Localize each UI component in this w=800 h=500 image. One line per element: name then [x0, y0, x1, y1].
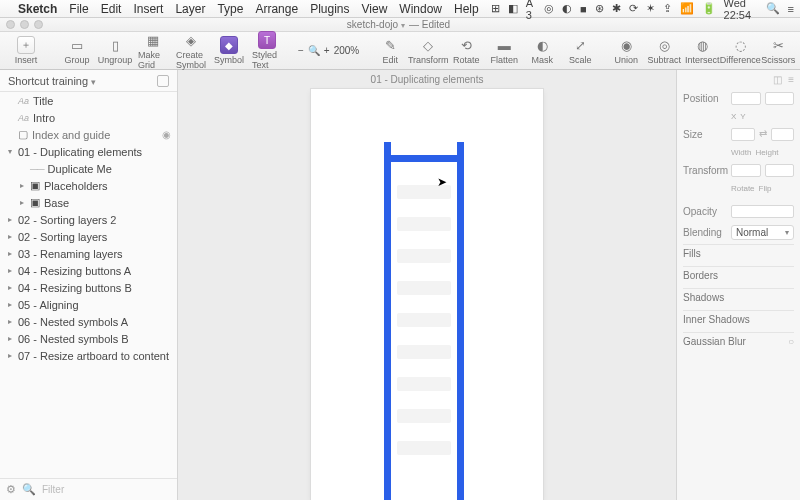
menu-plugins[interactable]: Plugins [310, 2, 349, 16]
traffic-lights[interactable] [6, 20, 43, 29]
battery-icon[interactable]: 🔋 [702, 2, 716, 15]
edit-button[interactable]: ✎Edit [375, 36, 405, 65]
blending-label: Blending [683, 227, 727, 238]
clock[interactable]: Wed 22:54 [724, 0, 758, 21]
eye-icon[interactable]: ◉ [162, 129, 171, 140]
layer-row[interactable]: ▸▣Base [0, 194, 177, 211]
status-icon[interactable]: ⊞ [491, 2, 500, 15]
placeholder[interactable] [397, 281, 451, 295]
layer-row[interactable]: ▸04 - Resizing buttons B [0, 279, 177, 296]
height-input[interactable] [771, 128, 795, 141]
layer-row[interactable]: ▸06 - Nested symbols B [0, 330, 177, 347]
canvas[interactable]: 01 - Duplicating elements ➤ [178, 70, 676, 500]
symbol-button[interactable]: ◆Symbol [214, 36, 244, 65]
placeholder[interactable] [397, 345, 451, 359]
placeholder[interactable] [397, 409, 451, 423]
status-icon[interactable]: ✱ [612, 2, 621, 15]
blending-select[interactable]: Normal [731, 225, 794, 240]
layer-row[interactable]: ▸05 - Aligning [0, 296, 177, 313]
opacity-input[interactable] [731, 205, 794, 218]
shape-right-bar[interactable] [457, 142, 464, 500]
filter-input[interactable] [42, 484, 171, 495]
borders-section[interactable]: Borders [683, 266, 794, 284]
menu-file[interactable]: File [69, 2, 88, 16]
gaussian-blur-section[interactable]: Gaussian Blur○ [683, 332, 794, 350]
layer-row[interactable]: ▸06 - Nested symbols A [0, 313, 177, 330]
transform-button[interactable]: ◇Transform [413, 36, 443, 65]
layers-list: AaTitle AaIntro ▢Index and guide◉ ▾01 - … [0, 92, 177, 478]
union-button[interactable]: ◉Union [611, 36, 641, 65]
fills-section[interactable]: Fills [683, 244, 794, 262]
status-icon[interactable]: ✶ [646, 2, 655, 15]
notification-icon[interactable]: ≡ [788, 3, 794, 15]
scale-button[interactable]: ⤢Scale [565, 36, 595, 65]
layer-row[interactable]: ▸07 - Resize artboard to content [0, 347, 177, 364]
menu-view[interactable]: View [362, 2, 388, 16]
shadows-section[interactable]: Shadows [683, 288, 794, 306]
layer-row[interactable]: ▸02 - Sorting layers [0, 228, 177, 245]
intersect-button[interactable]: ◍Intersect [687, 36, 717, 65]
rotate-button[interactable]: ⟲Rotate [451, 36, 481, 65]
flip-input[interactable] [765, 164, 795, 177]
menu-insert[interactable]: Insert [133, 2, 163, 16]
insert-button[interactable]: ＋Insert [6, 36, 46, 65]
difference-button[interactable]: ◌Difference [725, 36, 755, 65]
status-icon[interactable]: A 3 [526, 0, 536, 21]
wifi-icon[interactable]: 📶 [680, 2, 694, 15]
subtract-button[interactable]: ◎Subtract [649, 36, 679, 65]
bluetooth-icon[interactable]: ⇪ [663, 2, 672, 15]
menu-layer[interactable]: Layer [175, 2, 205, 16]
status-icon[interactable]: ◧ [508, 2, 518, 15]
menu-window[interactable]: Window [399, 2, 442, 16]
layer-row[interactable]: ▸02 - Sorting layers 2 [0, 211, 177, 228]
placeholder[interactable] [397, 217, 451, 231]
artboard-list-icon[interactable] [157, 75, 169, 87]
spotlight-icon[interactable]: 🔍 [766, 2, 780, 15]
make-grid-button[interactable]: ▦Make Grid [138, 31, 168, 70]
ungroup-button[interactable]: ▯Ungroup [100, 36, 130, 65]
placeholder[interactable] [397, 377, 451, 391]
gear-icon[interactable]: ⚙ [6, 483, 16, 496]
width-input[interactable] [731, 128, 755, 141]
mask-button[interactable]: ◐Mask [527, 36, 557, 65]
rotate-input[interactable] [731, 164, 761, 177]
placeholder[interactable] [397, 313, 451, 327]
layer-row[interactable]: AaIntro [0, 109, 177, 126]
menu-help[interactable]: Help [454, 2, 479, 16]
shape-top-bar[interactable] [384, 155, 464, 162]
status-icon[interactable]: ◎ [544, 2, 554, 15]
flatten-button[interactable]: ▬Flatten [489, 36, 519, 65]
status-icon[interactable]: ⊛ [595, 2, 604, 15]
inner-shadows-section[interactable]: Inner Shadows [683, 310, 794, 328]
layer-row[interactable]: ▸▣Placeholders [0, 177, 177, 194]
align-icon[interactable]: ◫ [773, 74, 782, 88]
menu-arrange[interactable]: Arrange [255, 2, 298, 16]
shape-left-bar[interactable] [384, 142, 391, 500]
app-name[interactable]: Sketch [18, 2, 57, 16]
zoom-control[interactable]: −🔍+200% [298, 45, 359, 56]
document-name[interactable]: sketch-dojo [347, 19, 405, 30]
page-selector[interactable]: Shortcut training [0, 70, 177, 92]
layer-row[interactable]: ▸03 - Renaming layers [0, 245, 177, 262]
create-symbol-button[interactable]: ◈Create Symbol [176, 31, 206, 70]
layer-row[interactable]: ──Duplicate Me [0, 160, 177, 177]
scissors-button[interactable]: ✂Scissors [763, 36, 793, 65]
artboard-label[interactable]: 01 - Duplicating elements [371, 74, 484, 85]
layer-row[interactable]: ▾01 - Duplicating elements [0, 143, 177, 160]
y-input[interactable] [765, 92, 795, 105]
menu-type[interactable]: Type [217, 2, 243, 16]
group-button[interactable]: ▭Group [62, 36, 92, 65]
menu-edit[interactable]: Edit [101, 2, 122, 16]
x-input[interactable] [731, 92, 761, 105]
layer-row[interactable]: AaTitle [0, 92, 177, 109]
status-icon[interactable]: ■ [580, 3, 587, 15]
placeholder[interactable] [397, 249, 451, 263]
layer-row[interactable]: ▢Index and guide◉ [0, 126, 177, 143]
placeholder[interactable] [397, 441, 451, 455]
artboard[interactable]: ➤ [311, 89, 543, 500]
styled-text-button[interactable]: TStyled Text [252, 31, 282, 70]
status-icon[interactable]: ◐ [562, 2, 572, 15]
layer-row[interactable]: ▸04 - Resizing buttons A [0, 262, 177, 279]
distribute-icon[interactable]: ≡ [788, 74, 794, 88]
status-icon[interactable]: ⟳ [629, 2, 638, 15]
